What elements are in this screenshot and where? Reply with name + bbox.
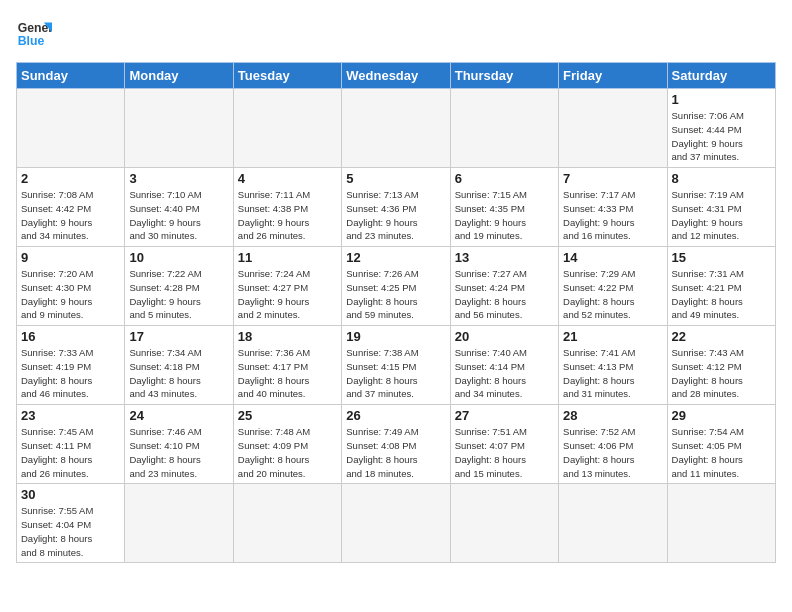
header-day-monday: Monday: [125, 63, 233, 89]
day-info: Sunrise: 7:48 AMSunset: 4:09 PMDaylight:…: [238, 425, 337, 480]
day-info: Sunrise: 7:26 AMSunset: 4:25 PMDaylight:…: [346, 267, 445, 322]
day-cell: 30Sunrise: 7:55 AMSunset: 4:04 PMDayligh…: [17, 484, 125, 563]
day-info: Sunrise: 7:15 AMSunset: 4:35 PMDaylight:…: [455, 188, 554, 243]
day-cell: 25Sunrise: 7:48 AMSunset: 4:09 PMDayligh…: [233, 405, 341, 484]
day-info: Sunrise: 7:38 AMSunset: 4:15 PMDaylight:…: [346, 346, 445, 401]
day-info: Sunrise: 7:52 AMSunset: 4:06 PMDaylight:…: [563, 425, 662, 480]
day-cell: [450, 484, 558, 563]
day-cell: [559, 484, 667, 563]
day-cell: 6Sunrise: 7:15 AMSunset: 4:35 PMDaylight…: [450, 168, 558, 247]
day-number: 14: [563, 250, 662, 265]
day-cell: 5Sunrise: 7:13 AMSunset: 4:36 PMDaylight…: [342, 168, 450, 247]
day-cell: 3Sunrise: 7:10 AMSunset: 4:40 PMDaylight…: [125, 168, 233, 247]
day-info: Sunrise: 7:45 AMSunset: 4:11 PMDaylight:…: [21, 425, 120, 480]
day-cell: [667, 484, 775, 563]
week-row-4: 23Sunrise: 7:45 AMSunset: 4:11 PMDayligh…: [17, 405, 776, 484]
day-cell: 19Sunrise: 7:38 AMSunset: 4:15 PMDayligh…: [342, 326, 450, 405]
day-info: Sunrise: 7:31 AMSunset: 4:21 PMDaylight:…: [672, 267, 771, 322]
day-number: 5: [346, 171, 445, 186]
day-number: 25: [238, 408, 337, 423]
day-info: Sunrise: 7:51 AMSunset: 4:07 PMDaylight:…: [455, 425, 554, 480]
day-number: 29: [672, 408, 771, 423]
day-cell: 8Sunrise: 7:19 AMSunset: 4:31 PMDaylight…: [667, 168, 775, 247]
day-cell: 29Sunrise: 7:54 AMSunset: 4:05 PMDayligh…: [667, 405, 775, 484]
day-cell: 10Sunrise: 7:22 AMSunset: 4:28 PMDayligh…: [125, 247, 233, 326]
day-number: 12: [346, 250, 445, 265]
day-cell: 22Sunrise: 7:43 AMSunset: 4:12 PMDayligh…: [667, 326, 775, 405]
day-number: 3: [129, 171, 228, 186]
day-info: Sunrise: 7:33 AMSunset: 4:19 PMDaylight:…: [21, 346, 120, 401]
day-cell: 26Sunrise: 7:49 AMSunset: 4:08 PMDayligh…: [342, 405, 450, 484]
week-row-3: 16Sunrise: 7:33 AMSunset: 4:19 PMDayligh…: [17, 326, 776, 405]
day-number: 15: [672, 250, 771, 265]
day-cell: 15Sunrise: 7:31 AMSunset: 4:21 PMDayligh…: [667, 247, 775, 326]
day-cell: 18Sunrise: 7:36 AMSunset: 4:17 PMDayligh…: [233, 326, 341, 405]
day-info: Sunrise: 7:41 AMSunset: 4:13 PMDaylight:…: [563, 346, 662, 401]
generalblue-logo-icon: General Blue: [16, 16, 52, 52]
day-info: Sunrise: 7:29 AMSunset: 4:22 PMDaylight:…: [563, 267, 662, 322]
header-day-thursday: Thursday: [450, 63, 558, 89]
day-info: Sunrise: 7:22 AMSunset: 4:28 PMDaylight:…: [129, 267, 228, 322]
svg-text:Blue: Blue: [18, 34, 45, 48]
header-day-wednesday: Wednesday: [342, 63, 450, 89]
day-cell: 7Sunrise: 7:17 AMSunset: 4:33 PMDaylight…: [559, 168, 667, 247]
day-number: 27: [455, 408, 554, 423]
day-number: 2: [21, 171, 120, 186]
day-number: 21: [563, 329, 662, 344]
day-cell: [17, 89, 125, 168]
day-number: 24: [129, 408, 228, 423]
day-number: 19: [346, 329, 445, 344]
day-info: Sunrise: 7:55 AMSunset: 4:04 PMDaylight:…: [21, 504, 120, 559]
day-info: Sunrise: 7:43 AMSunset: 4:12 PMDaylight:…: [672, 346, 771, 401]
day-number: 6: [455, 171, 554, 186]
day-number: 22: [672, 329, 771, 344]
day-cell: [559, 89, 667, 168]
day-number: 11: [238, 250, 337, 265]
day-cell: 13Sunrise: 7:27 AMSunset: 4:24 PMDayligh…: [450, 247, 558, 326]
day-cell: [125, 484, 233, 563]
day-info: Sunrise: 7:10 AMSunset: 4:40 PMDaylight:…: [129, 188, 228, 243]
header: General Blue: [16, 16, 776, 52]
day-number: 13: [455, 250, 554, 265]
day-info: Sunrise: 7:34 AMSunset: 4:18 PMDaylight:…: [129, 346, 228, 401]
day-cell: 11Sunrise: 7:24 AMSunset: 4:27 PMDayligh…: [233, 247, 341, 326]
day-cell: 14Sunrise: 7:29 AMSunset: 4:22 PMDayligh…: [559, 247, 667, 326]
day-cell: 28Sunrise: 7:52 AMSunset: 4:06 PMDayligh…: [559, 405, 667, 484]
day-number: 20: [455, 329, 554, 344]
header-day-saturday: Saturday: [667, 63, 775, 89]
day-cell: 12Sunrise: 7:26 AMSunset: 4:25 PMDayligh…: [342, 247, 450, 326]
week-row-0: 1Sunrise: 7:06 AMSunset: 4:44 PMDaylight…: [17, 89, 776, 168]
day-cell: 4Sunrise: 7:11 AMSunset: 4:38 PMDaylight…: [233, 168, 341, 247]
day-number: 26: [346, 408, 445, 423]
calendar-header-row: SundayMondayTuesdayWednesdayThursdayFrid…: [17, 63, 776, 89]
day-number: 4: [238, 171, 337, 186]
day-cell: [342, 89, 450, 168]
header-day-tuesday: Tuesday: [233, 63, 341, 89]
day-cell: 1Sunrise: 7:06 AMSunset: 4:44 PMDaylight…: [667, 89, 775, 168]
week-row-5: 30Sunrise: 7:55 AMSunset: 4:04 PMDayligh…: [17, 484, 776, 563]
day-number: 17: [129, 329, 228, 344]
day-info: Sunrise: 7:40 AMSunset: 4:14 PMDaylight:…: [455, 346, 554, 401]
day-cell: 21Sunrise: 7:41 AMSunset: 4:13 PMDayligh…: [559, 326, 667, 405]
day-cell: 9Sunrise: 7:20 AMSunset: 4:30 PMDaylight…: [17, 247, 125, 326]
day-number: 16: [21, 329, 120, 344]
week-row-2: 9Sunrise: 7:20 AMSunset: 4:30 PMDaylight…: [17, 247, 776, 326]
day-cell: [233, 89, 341, 168]
day-cell: 2Sunrise: 7:08 AMSunset: 4:42 PMDaylight…: [17, 168, 125, 247]
week-row-1: 2Sunrise: 7:08 AMSunset: 4:42 PMDaylight…: [17, 168, 776, 247]
day-info: Sunrise: 7:08 AMSunset: 4:42 PMDaylight:…: [21, 188, 120, 243]
day-cell: 20Sunrise: 7:40 AMSunset: 4:14 PMDayligh…: [450, 326, 558, 405]
day-info: Sunrise: 7:13 AMSunset: 4:36 PMDaylight:…: [346, 188, 445, 243]
header-day-friday: Friday: [559, 63, 667, 89]
day-info: Sunrise: 7:19 AMSunset: 4:31 PMDaylight:…: [672, 188, 771, 243]
day-cell: [450, 89, 558, 168]
logo: General Blue: [16, 16, 52, 52]
day-info: Sunrise: 7:49 AMSunset: 4:08 PMDaylight:…: [346, 425, 445, 480]
day-cell: [342, 484, 450, 563]
day-number: 1: [672, 92, 771, 107]
day-number: 18: [238, 329, 337, 344]
day-cell: 27Sunrise: 7:51 AMSunset: 4:07 PMDayligh…: [450, 405, 558, 484]
header-day-sunday: Sunday: [17, 63, 125, 89]
calendar-table: SundayMondayTuesdayWednesdayThursdayFrid…: [16, 62, 776, 563]
day-number: 7: [563, 171, 662, 186]
